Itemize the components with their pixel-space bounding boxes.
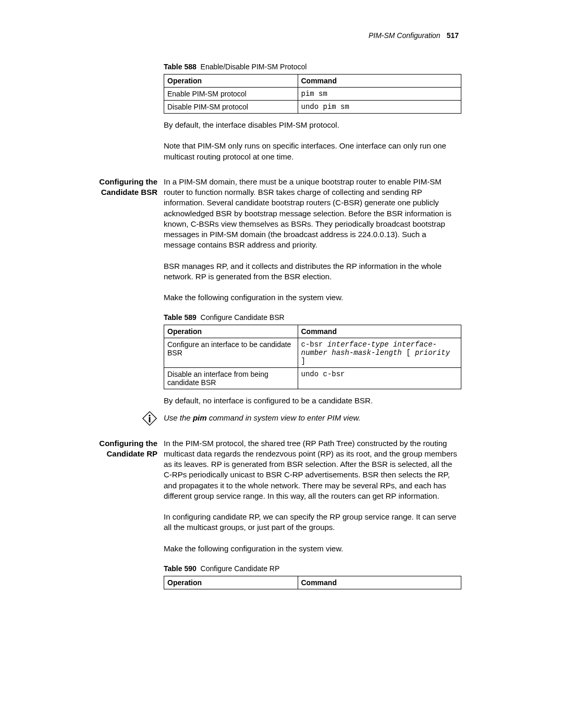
section-body-rp: In the PIM-SM protocol, the shared tree … bbox=[164, 438, 459, 564]
section-heading-bsr: Configuring the Candidate BSR bbox=[87, 177, 164, 198]
note-pre: Use the bbox=[164, 413, 193, 422]
paragraph: BSR manages RP, and it collects and dist… bbox=[164, 261, 459, 282]
table-590-head-operation: Operation bbox=[164, 576, 298, 589]
table-589-prefix: Table 589 bbox=[164, 313, 197, 322]
paragraph-note-588: Note that PIM-SM only runs on specific i… bbox=[164, 141, 459, 162]
heading-line: Configuring the bbox=[99, 177, 157, 186]
table-590: Operation Command bbox=[164, 576, 461, 589]
cmd-text: c-bsr bbox=[301, 340, 327, 349]
table-590-title: Configure Candidate RP bbox=[201, 564, 280, 573]
table-588-block: Table 588 Enable/Disable PIM-SM Protocol… bbox=[164, 63, 459, 114]
cmd-arg: priority bbox=[415, 349, 450, 357]
paragraph: Make the following configuration in the … bbox=[164, 292, 459, 303]
running-head: PIM-SM Configuration517 bbox=[87, 31, 459, 40]
cell-command: c-bsr interface-type interface-number ha… bbox=[298, 338, 461, 368]
section-candidate-rp: Configuring the Candidate RP In the PIM-… bbox=[87, 438, 459, 564]
table-588-head-operation: Operation bbox=[164, 75, 298, 88]
info-note-text: Use the pim command in system view to en… bbox=[164, 411, 459, 423]
table-589: Operation Command Configure an interface… bbox=[164, 325, 461, 389]
table-590-block: Table 590 Configure Candidate RP Operati… bbox=[164, 564, 459, 589]
cell-operation: Disable an interface from being candidat… bbox=[164, 368, 298, 389]
table-588: Operation Command Enable PIM-SM protocol… bbox=[164, 74, 461, 114]
cell-operation: Configure an interface to be candidate B… bbox=[164, 338, 298, 368]
cell-command: pim sm bbox=[298, 88, 461, 101]
info-icon-wrap bbox=[87, 411, 164, 428]
section-heading-rp: Configuring the Candidate RP bbox=[87, 438, 164, 460]
paragraph: In the PIM-SM protocol, the shared tree … bbox=[164, 438, 459, 502]
cmd-text: ] bbox=[301, 357, 305, 365]
text-column: By default, no interface is configured t… bbox=[164, 396, 459, 406]
table-589-title: Configure Candidate BSR bbox=[201, 313, 285, 322]
table-row: Enable PIM-SM protocol pim sm bbox=[164, 88, 461, 101]
cell-command: undo pim sm bbox=[298, 101, 461, 114]
info-note: Use the pim command in system view to en… bbox=[87, 411, 459, 428]
section-candidate-bsr: Configuring the Candidate BSR In a PIM-S… bbox=[87, 177, 459, 314]
table-589-head-command: Command bbox=[298, 325, 461, 338]
table-590-caption: Table 590 Configure Candidate RP bbox=[164, 564, 459, 573]
svg-rect-2 bbox=[149, 417, 151, 422]
text-column: By default, the interface disables PIM-S… bbox=[164, 120, 459, 162]
paragraph: In configuring candidate RP, we can spec… bbox=[164, 512, 459, 533]
table-588-prefix: Table 588 bbox=[164, 63, 197, 71]
cell-command: undo c-bsr bbox=[298, 368, 461, 389]
paragraph: In a PIM-SM domain, there must be a uniq… bbox=[164, 177, 459, 251]
cmd-text: [ bbox=[402, 349, 415, 357]
table-590-head-command: Command bbox=[298, 576, 461, 589]
table-589-caption: Table 589 Configure Candidate BSR bbox=[164, 313, 459, 322]
table-row: Disable PIM-SM protocol undo pim sm bbox=[164, 101, 461, 114]
table-588-head-command: Command bbox=[298, 75, 461, 88]
paragraph: Make the following configuration in the … bbox=[164, 544, 459, 554]
table-589-head-operation: Operation bbox=[164, 325, 298, 338]
heading-line: Candidate BSR bbox=[101, 188, 157, 196]
page-number: 517 bbox=[447, 31, 459, 40]
heading-line: Configuring the bbox=[99, 439, 157, 448]
cell-operation: Enable PIM-SM protocol bbox=[164, 88, 298, 101]
table-590-prefix: Table 590 bbox=[164, 564, 197, 573]
heading-line: Candidate RP bbox=[106, 449, 157, 458]
note-bold: pim bbox=[193, 413, 207, 422]
note-post: command in system view to enter PIM view… bbox=[207, 413, 361, 422]
paragraph-default-588: By default, the interface disables PIM-S… bbox=[164, 120, 459, 130]
cell-operation: Disable PIM-SM protocol bbox=[164, 101, 298, 114]
header-title: PIM-SM Configuration bbox=[369, 31, 440, 40]
table-row: Disable an interface from being candidat… bbox=[164, 368, 461, 389]
page-content: PIM-SM Configuration517 Table 588 Enable… bbox=[0, 0, 563, 627]
info-icon bbox=[142, 419, 157, 428]
table-588-caption: Table 588 Enable/Disable PIM-SM Protocol bbox=[164, 63, 459, 71]
section-body-bsr: In a PIM-SM domain, there must be a uniq… bbox=[164, 177, 459, 314]
table-row: Configure an interface to be candidate B… bbox=[164, 338, 461, 368]
paragraph-default-589: By default, no interface is configured t… bbox=[164, 396, 459, 406]
svg-point-1 bbox=[149, 414, 150, 416]
table-589-block: Table 589 Configure Candidate BSR Operat… bbox=[164, 313, 459, 389]
table-588-title: Enable/Disable PIM-SM Protocol bbox=[201, 63, 307, 71]
